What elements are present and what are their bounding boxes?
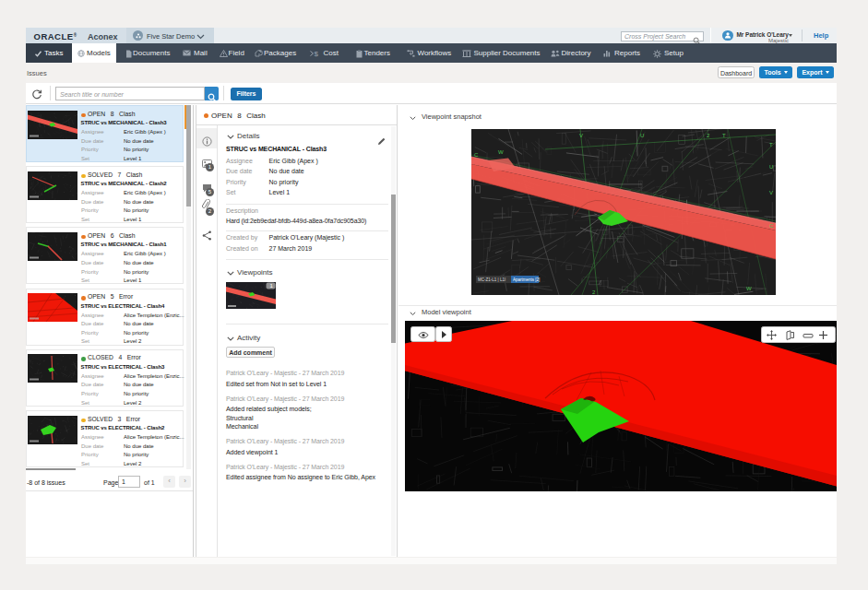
svg-text:C: C xyxy=(474,152,479,158)
svg-text:W: W xyxy=(746,286,752,291)
svg-text:W: W xyxy=(498,149,504,155)
svg-text:Apartments [2]: Apartments [2] xyxy=(513,277,540,282)
svg-text:MC-Z1-L1 | L1I: MC-Z1-L1 | L1I xyxy=(478,277,505,282)
svg-text:U: U xyxy=(640,133,644,138)
svg-text:V: V xyxy=(769,190,773,195)
svg-text:$: $ xyxy=(315,50,319,57)
svg-text:T: T xyxy=(769,142,773,148)
svg-text:C: C xyxy=(769,223,774,229)
svg-text:U: U xyxy=(769,164,773,170)
svg-text:V: V xyxy=(579,133,583,138)
svg-text:T: T xyxy=(722,133,726,138)
